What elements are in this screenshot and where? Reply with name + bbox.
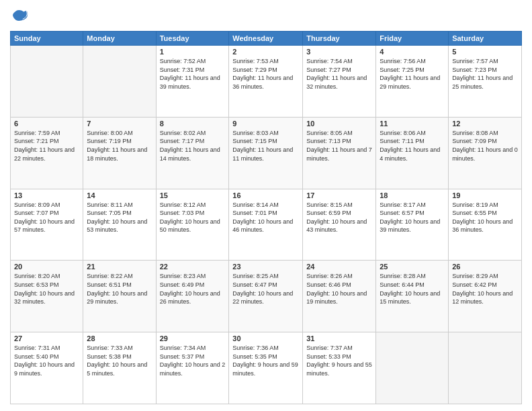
weekday-header-tuesday: Tuesday bbox=[156, 32, 229, 46]
calendar-cell: 29 Sunrise: 7:34 AMSunset: 5:37 PMDaylig… bbox=[156, 332, 229, 404]
day-info: Sunrise: 8:19 AMSunset: 6:55 PMDaylight:… bbox=[452, 201, 518, 234]
calendar-cell bbox=[376, 332, 449, 404]
day-info: Sunrise: 8:28 AMSunset: 6:44 PMDaylight:… bbox=[380, 272, 445, 306]
day-info: Sunrise: 8:12 AMSunset: 7:03 PMDaylight:… bbox=[160, 201, 226, 234]
day-info: Sunrise: 7:54 AMSunset: 7:27 PMDaylight:… bbox=[306, 57, 372, 91]
day-number: 18 bbox=[380, 191, 445, 199]
day-number: 3 bbox=[306, 48, 372, 56]
calendar-cell: 1 Sunrise: 7:52 AMSunset: 7:31 PMDayligh… bbox=[156, 46, 229, 118]
day-number: 15 bbox=[160, 191, 226, 199]
calendar-cell: 25 Sunrise: 8:28 AMSunset: 6:44 PMDaylig… bbox=[376, 261, 449, 332]
day-info: Sunrise: 8:23 AMSunset: 6:49 PMDaylight:… bbox=[160, 272, 226, 306]
calendar-cell: 28 Sunrise: 7:33 AMSunset: 5:38 PMDaylig… bbox=[83, 332, 156, 404]
day-info: Sunrise: 8:15 AMSunset: 6:59 PMDaylight:… bbox=[306, 201, 372, 234]
day-number: 12 bbox=[452, 120, 518, 128]
calendar-table: SundayMondayTuesdayWednesdayThursdayFrid… bbox=[10, 31, 522, 404]
day-info: Sunrise: 8:22 AMSunset: 6:51 PMDaylight:… bbox=[87, 272, 152, 306]
day-number: 16 bbox=[232, 191, 299, 199]
day-number: 2 bbox=[232, 48, 299, 56]
day-info: Sunrise: 8:17 AMSunset: 6:57 PMDaylight:… bbox=[380, 201, 445, 234]
logo-icon bbox=[10, 7, 29, 26]
day-number: 21 bbox=[87, 263, 152, 271]
day-number: 4 bbox=[380, 48, 445, 56]
calendar-cell: 14 Sunrise: 8:11 AMSunset: 7:05 PMDaylig… bbox=[83, 189, 156, 261]
day-number: 23 bbox=[232, 263, 299, 271]
calendar-cell: 17 Sunrise: 8:15 AMSunset: 6:59 PMDaylig… bbox=[303, 189, 376, 261]
week-row-5: 27 Sunrise: 7:31 AMSunset: 5:40 PMDaylig… bbox=[11, 332, 522, 404]
day-number: 24 bbox=[306, 263, 372, 271]
day-info: Sunrise: 7:31 AMSunset: 5:40 PMDaylight:… bbox=[14, 344, 79, 377]
day-info: Sunrise: 7:53 AMSunset: 7:29 PMDaylight:… bbox=[232, 57, 299, 91]
day-number: 1 bbox=[160, 48, 226, 56]
day-number: 30 bbox=[232, 334, 299, 342]
calendar-cell bbox=[11, 46, 83, 118]
calendar-cell: 20 Sunrise: 8:20 AMSunset: 6:53 PMDaylig… bbox=[11, 261, 83, 332]
day-info: Sunrise: 7:59 AMSunset: 7:21 PMDaylight:… bbox=[14, 129, 79, 163]
calendar-cell: 6 Sunrise: 7:59 AMSunset: 7:21 PMDayligh… bbox=[11, 117, 83, 189]
calendar-cell: 22 Sunrise: 8:23 AMSunset: 6:49 PMDaylig… bbox=[156, 261, 229, 332]
day-info: Sunrise: 8:25 AMSunset: 6:47 PMDaylight:… bbox=[232, 272, 299, 306]
day-number: 19 bbox=[452, 191, 518, 199]
day-info: Sunrise: 8:20 AMSunset: 6:53 PMDaylight:… bbox=[14, 272, 79, 306]
calendar-cell: 23 Sunrise: 8:25 AMSunset: 6:47 PMDaylig… bbox=[229, 261, 303, 332]
logo bbox=[10, 7, 32, 26]
calendar-cell: 18 Sunrise: 8:17 AMSunset: 6:57 PMDaylig… bbox=[376, 189, 449, 261]
day-number: 7 bbox=[87, 120, 152, 128]
week-row-2: 6 Sunrise: 7:59 AMSunset: 7:21 PMDayligh… bbox=[11, 117, 522, 189]
day-number: 17 bbox=[306, 191, 372, 199]
day-info: Sunrise: 7:37 AMSunset: 5:33 PMDaylight:… bbox=[306, 344, 372, 377]
calendar-cell: 19 Sunrise: 8:19 AMSunset: 6:55 PMDaylig… bbox=[449, 189, 522, 261]
day-number: 22 bbox=[160, 263, 226, 271]
day-number: 20 bbox=[14, 263, 79, 271]
weekday-header-friday: Friday bbox=[376, 32, 449, 46]
calendar-cell: 15 Sunrise: 8:12 AMSunset: 7:03 PMDaylig… bbox=[156, 189, 229, 261]
header bbox=[10, 7, 522, 26]
day-number: 5 bbox=[452, 48, 518, 56]
day-info: Sunrise: 7:36 AMSunset: 5:35 PMDaylight:… bbox=[232, 344, 299, 377]
calendar-page: SundayMondayTuesdayWednesdayThursdayFrid… bbox=[0, 0, 532, 411]
weekday-header-thursday: Thursday bbox=[303, 32, 376, 46]
calendar-cell bbox=[449, 332, 522, 404]
day-number: 28 bbox=[87, 334, 152, 342]
day-number: 11 bbox=[380, 120, 445, 128]
calendar-cell: 2 Sunrise: 7:53 AMSunset: 7:29 PMDayligh… bbox=[229, 46, 303, 118]
weekday-header-row: SundayMondayTuesdayWednesdayThursdayFrid… bbox=[11, 32, 522, 46]
day-info: Sunrise: 7:56 AMSunset: 7:25 PMDaylight:… bbox=[380, 57, 445, 91]
day-number: 6 bbox=[14, 120, 79, 128]
week-row-3: 13 Sunrise: 8:09 AMSunset: 7:07 PMDaylig… bbox=[11, 189, 522, 261]
day-number: 13 bbox=[14, 191, 79, 199]
day-info: Sunrise: 8:09 AMSunset: 7:07 PMDaylight:… bbox=[14, 201, 79, 234]
day-number: 31 bbox=[306, 334, 372, 342]
day-number: 26 bbox=[452, 263, 518, 271]
calendar-cell: 4 Sunrise: 7:56 AMSunset: 7:25 PMDayligh… bbox=[376, 46, 449, 118]
day-info: Sunrise: 8:00 AMSunset: 7:19 PMDaylight:… bbox=[87, 129, 152, 163]
calendar-cell: 27 Sunrise: 7:31 AMSunset: 5:40 PMDaylig… bbox=[11, 332, 83, 404]
day-info: Sunrise: 8:14 AMSunset: 7:01 PMDaylight:… bbox=[232, 201, 299, 234]
day-number: 8 bbox=[160, 120, 226, 128]
day-info: Sunrise: 7:34 AMSunset: 5:37 PMDaylight:… bbox=[160, 344, 226, 377]
day-info: Sunrise: 8:03 AMSunset: 7:15 PMDaylight:… bbox=[232, 129, 299, 163]
week-row-4: 20 Sunrise: 8:20 AMSunset: 6:53 PMDaylig… bbox=[11, 261, 522, 332]
calendar-cell: 31 Sunrise: 7:37 AMSunset: 5:33 PMDaylig… bbox=[303, 332, 376, 404]
calendar-cell: 30 Sunrise: 7:36 AMSunset: 5:35 PMDaylig… bbox=[229, 332, 303, 404]
week-row-1: 1 Sunrise: 7:52 AMSunset: 7:31 PMDayligh… bbox=[11, 46, 522, 118]
day-info: Sunrise: 8:11 AMSunset: 7:05 PMDaylight:… bbox=[87, 201, 152, 234]
weekday-header-monday: Monday bbox=[83, 32, 156, 46]
day-info: Sunrise: 8:29 AMSunset: 6:42 PMDaylight:… bbox=[452, 272, 518, 306]
calendar-cell: 7 Sunrise: 8:00 AMSunset: 7:19 PMDayligh… bbox=[83, 117, 156, 189]
calendar-cell: 13 Sunrise: 8:09 AMSunset: 7:07 PMDaylig… bbox=[11, 189, 83, 261]
day-info: Sunrise: 7:57 AMSunset: 7:23 PMDaylight:… bbox=[452, 57, 518, 91]
day-number: 9 bbox=[232, 120, 299, 128]
day-number: 14 bbox=[87, 191, 152, 199]
day-info: Sunrise: 8:26 AMSunset: 6:46 PMDaylight:… bbox=[306, 272, 372, 306]
calendar-cell: 10 Sunrise: 8:05 AMSunset: 7:13 PMDaylig… bbox=[303, 117, 376, 189]
day-info: Sunrise: 7:52 AMSunset: 7:31 PMDaylight:… bbox=[160, 57, 226, 91]
day-number: 25 bbox=[380, 263, 445, 271]
day-number: 29 bbox=[160, 334, 226, 342]
day-number: 10 bbox=[306, 120, 372, 128]
day-info: Sunrise: 7:33 AMSunset: 5:38 PMDaylight:… bbox=[87, 344, 152, 377]
day-number: 27 bbox=[14, 334, 79, 342]
calendar-cell: 11 Sunrise: 8:06 AMSunset: 7:11 PMDaylig… bbox=[376, 117, 449, 189]
calendar-cell: 26 Sunrise: 8:29 AMSunset: 6:42 PMDaylig… bbox=[449, 261, 522, 332]
calendar-cell bbox=[83, 46, 156, 118]
